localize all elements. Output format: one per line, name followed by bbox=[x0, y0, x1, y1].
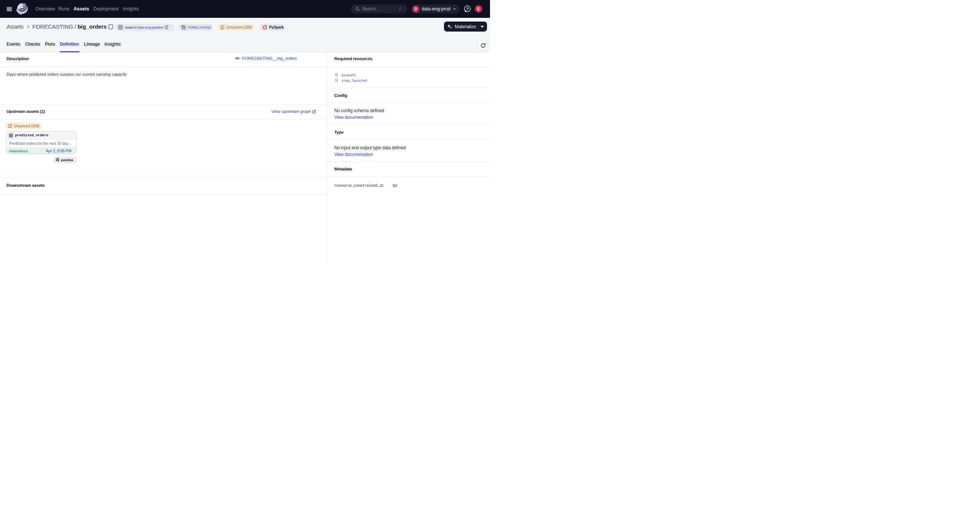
svg-text:?: ? bbox=[466, 7, 469, 11]
